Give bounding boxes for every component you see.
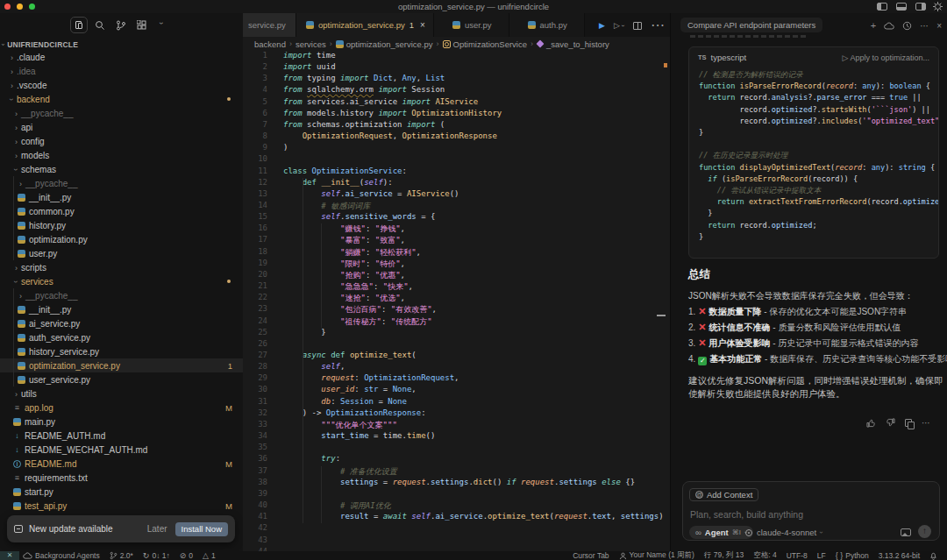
- tree-item-optimization_service.py[interactable]: optimization_service.py1: [0, 358, 243, 372]
- attach-image-icon[interactable]: [901, 528, 911, 536]
- tree-item-requirements.txt[interactable]: ≡requirements.txt: [0, 471, 243, 485]
- breadcrumb-item-optimization_service.py[interactable]: optimization_service.py: [336, 39, 433, 49]
- tree-item-README_AUTH.md[interactable]: ↓README_AUTH.md: [0, 429, 243, 443]
- agent-mode-selector[interactable]: ∞ Agent ⌘I ›: [689, 526, 753, 539]
- status-item-utf-8[interactable]: UTF-8: [787, 551, 808, 560]
- tree-item-services[interactable]: ›services: [0, 274, 243, 288]
- more-actions-icon[interactable]: ⋯: [651, 17, 665, 33]
- new-chat-icon[interactable]: +: [871, 20, 876, 31]
- tree-item-backend[interactable]: ›backend: [0, 92, 243, 106]
- later-button[interactable]: Later: [147, 524, 167, 534]
- close-tab-icon[interactable]: ×: [420, 20, 425, 30]
- tab-auth.py[interactable]: auth.py: [509, 13, 585, 37]
- status-item-1[interactable]: △1: [203, 551, 216, 560]
- more-icon[interactable]: ⋯: [920, 21, 929, 31]
- toggle-panel-icon[interactable]: [896, 3, 907, 11]
- files-view-button[interactable]: [70, 17, 88, 33]
- tree-item-start.py[interactable]: start.py: [0, 485, 243, 499]
- tab-service.py[interactable]: service.py: [243, 13, 296, 37]
- model-selector[interactable]: claude-4-sonnet ›: [744, 528, 822, 537]
- explorer-root-header[interactable]: › UNIFRIENDCIRCLE: [2, 38, 78, 51]
- tree-item-__init__.py[interactable]: __init__.py: [0, 190, 243, 204]
- tree-item-models[interactable]: ›models: [0, 148, 243, 162]
- tree-item-history_service.py[interactable]: history_service.py: [0, 344, 243, 358]
- search-icon[interactable]: [95, 20, 105, 31]
- breadcrumb-item-services[interactable]: services: [295, 39, 326, 49]
- tree-item-schemas[interactable]: ›schemas: [0, 162, 243, 176]
- remote-indicator[interactable]: ✕: [0, 551, 19, 560]
- send-button[interactable]: ↑: [918, 525, 931, 538]
- status-item-3-13-2-64-bit[interactable]: 3.13.2 64-bit: [879, 551, 920, 560]
- split-editor-icon[interactable]: [633, 18, 642, 33]
- message-more-icon[interactable]: ⋯: [922, 418, 930, 428]
- tree-item-.idea[interactable]: ›.idea: [0, 64, 243, 78]
- status-item-background-agents[interactable]: Background Agents: [23, 551, 100, 560]
- chat-input-box[interactable]: @ Add Context Plan, search, build anythi…: [682, 481, 940, 541]
- tree-item-ai_service.py[interactable]: ai_service.py: [0, 316, 243, 330]
- tree-item-__init__.py[interactable]: __init__.py: [0, 302, 243, 316]
- tree-item-user.py[interactable]: user.py: [0, 246, 243, 260]
- tree-item-optimization.py[interactable]: optimization.py: [0, 232, 243, 246]
- tree-item-label: user.py: [29, 249, 57, 259]
- tree-item-__pycache__[interactable]: ›__pycache__: [0, 176, 243, 190]
- code-line-10: if (isParseErrorRecord(record)) {: [699, 174, 858, 186]
- gear-icon[interactable]: [933, 2, 943, 11]
- tree-item-README.md[interactable]: iREADME.mdM: [0, 457, 243, 471]
- line-number: 23: [243, 304, 267, 313]
- warning-icon: △: [203, 551, 209, 560]
- tree-item-main.py[interactable]: main.py: [0, 415, 243, 429]
- tree-item-auth_service.py[interactable]: auth_service.py: [0, 330, 243, 344]
- source-control-icon[interactable]: [116, 20, 126, 31]
- tree-item-.vscode[interactable]: ›.vscode: [0, 78, 243, 92]
- status-item-行-79-列-13[interactable]: 行 79, 列 13: [704, 550, 744, 560]
- chat-tab-title[interactable]: Compare API endpoint parameters: [680, 18, 822, 32]
- code-line-17: 17 "暴富": "致富",: [243, 235, 670, 246]
- status-item-cursor-tab[interactable]: Cursor Tab: [573, 551, 609, 560]
- sidebar-toolbar: ›: [0, 13, 243, 37]
- tree-item-__pycache__[interactable]: ›__pycache__: [0, 106, 243, 120]
- code-editor[interactable]: 1import time2import uuid3from typing imp…: [243, 51, 670, 551]
- breadcrumb-item-_save_to_history[interactable]: _save_to_history: [537, 39, 609, 49]
- extensions-icon[interactable]: [137, 20, 147, 31]
- model-icon: [744, 528, 753, 537]
- python-file-icon: [18, 250, 25, 258]
- play-icon[interactable]: ▷ ›: [614, 21, 624, 30]
- status-item-0[interactable]: ⊘0: [180, 551, 193, 560]
- status-item-bell[interactable]: [929, 551, 937, 560]
- status-item-空格-4[interactable]: 空格: 4: [753, 550, 776, 560]
- tree-item-config[interactable]: ›config: [0, 134, 243, 148]
- tree-item-README_WECHAT_AUTH.md[interactable]: ↓README_WECHAT_AUTH.md: [0, 443, 243, 457]
- apply-button[interactable]: ▷ Apply to optimization...: [843, 53, 929, 62]
- tree-item-api[interactable]: ›api: [0, 120, 243, 134]
- tree-item-app.log[interactable]: ≡app.logM: [0, 401, 243, 415]
- breadcrumb-item-OptimizationService[interactable]: OptimizationService: [443, 39, 527, 49]
- tab-optimization_service.py[interactable]: optimization_service.py1×: [296, 13, 434, 37]
- install-now-button[interactable]: Install Now: [175, 522, 228, 536]
- toggle-sidebar-icon[interactable]: [877, 3, 887, 11]
- history-icon[interactable]: [902, 21, 912, 31]
- close-panel-icon[interactable]: ×: [936, 21, 942, 31]
- thumbs-up-icon[interactable]: [866, 418, 876, 428]
- tree-item-utils[interactable]: ›utils: [0, 386, 243, 401]
- tab-user.py[interactable]: user.py: [434, 13, 509, 37]
- cloud-icon[interactable]: [884, 22, 894, 30]
- copy-icon[interactable]: [905, 415, 912, 430]
- tree-item-__pycache__[interactable]: ›__pycache__: [0, 288, 243, 302]
- status-item-your-name-1-周前-[interactable]: Your Name (1 周前): [619, 550, 694, 560]
- tree-item-test_api.py[interactable]: test_api.pyM: [0, 499, 243, 513]
- tree-item-user_service.py[interactable]: user_service.py: [0, 372, 243, 386]
- status-item-lf[interactable]: LF: [817, 551, 826, 560]
- add-context-chip[interactable]: @ Add Context: [689, 488, 758, 501]
- thumbs-down-icon[interactable]: [886, 418, 895, 428]
- breadcrumb-item-backend[interactable]: backend: [254, 39, 286, 49]
- run-python-icon[interactable]: ▶: [599, 21, 605, 30]
- status-item-0-1-[interactable]: ↻0↓ 1↑: [143, 551, 170, 560]
- chevron-down-icon[interactable]: ›: [157, 22, 166, 25]
- status-item-python[interactable]: { }Python: [836, 551, 869, 560]
- tree-item-.claude[interactable]: ›.claude: [0, 50, 243, 64]
- tree-item-scripts[interactable]: ›scripts: [0, 260, 243, 274]
- toggle-rightpanel-icon[interactable]: [915, 3, 926, 11]
- tree-item-history.py[interactable]: history.py: [0, 218, 243, 232]
- tree-item-common.py[interactable]: common.py: [0, 204, 243, 218]
- status-item-2-0-[interactable]: 2.0*: [110, 551, 133, 560]
